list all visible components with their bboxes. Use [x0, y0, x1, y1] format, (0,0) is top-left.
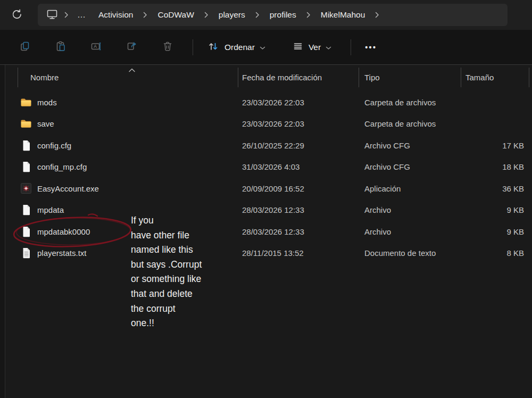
file-name: config_mp.cfg [37, 162, 87, 171]
chevron-right-icon [375, 12, 379, 18]
chevron-right-icon [204, 12, 209, 18]
column-resize-handle[interactable] [529, 68, 529, 87]
file-row-save[interactable]: save 23/03/2026 22:03 Carpeta de archivo… [5, 113, 529, 135]
copy-button[interactable] [14, 37, 36, 58]
file-row-easyaccount-exe[interactable]: EasyAccount.exe 20/09/2009 16:52 Aplicac… [5, 178, 529, 200]
address-bar: … Activision CoDWaW players profiles Mik… [0, 0, 532, 30]
column-resize-handle[interactable] [18, 68, 18, 87]
file-name: playerstats.txt [37, 248, 87, 258]
breadcrumb-item-activision[interactable]: Activision [92, 8, 140, 22]
note-line: that and delete [131, 287, 243, 302]
file-row-config-cfg[interactable]: config.cfg 26/10/2025 22:29 Archivo CFG … [5, 135, 529, 156]
column-header-name[interactable]: Nombre [5, 73, 238, 82]
view-dropdown-button[interactable]: Ver [286, 36, 338, 59]
column-header-date[interactable]: Fecha de modificación [238, 73, 359, 82]
pane-divider[interactable] [0, 65, 5, 398]
folder-icon [20, 97, 32, 107]
file-name: EasyAccount.exe [37, 184, 99, 193]
column-header-size[interactable]: Tamaño [461, 73, 529, 82]
file-name: mpdatabk0000 [37, 227, 90, 236]
breadcrumb-item-codwaw[interactable]: CoDWaW [151, 8, 201, 22]
note-line: have other file [131, 228, 243, 243]
rename-button[interactable]: A [86, 37, 107, 58]
paste-button[interactable] [50, 37, 71, 58]
refresh-icon [11, 8, 23, 22]
file-date: 26/10/2025 22:29 [238, 141, 359, 150]
file-size: 36 KB [461, 184, 529, 193]
file-name: mpdata [37, 205, 64, 214]
file-type: Archivo CFG [359, 162, 461, 171]
file-type: Archivo CFG [359, 141, 461, 150]
file-row-mpdata[interactable]: mpdata 28/03/2026 12:33 Archivo 9 KB [5, 200, 529, 221]
file-rows: mods 23/03/2026 22:03 Carpeta de archivo… [5, 92, 529, 264]
breadcrumb-item-profiles[interactable]: profiles [263, 8, 303, 22]
sort-dropdown-button[interactable]: Ordenar [201, 36, 272, 59]
file-type: Carpeta de archivos [359, 119, 461, 128]
file-size: 8 KB [461, 248, 529, 258]
toolbar-divider [193, 39, 193, 55]
column-header-type[interactable]: Tipo [359, 73, 461, 82]
chevron-right-icon [306, 12, 311, 18]
monitor-icon [46, 9, 58, 21]
file-size: 9 KB [461, 227, 529, 236]
see-more-button[interactable]: ••• [358, 38, 384, 57]
file-size: 17 KB [461, 141, 529, 150]
column-resize-handle[interactable] [359, 68, 359, 87]
note-line: one.!! [131, 316, 243, 331]
breadcrumb: … Activision CoDWaW players profiles Mik… [38, 4, 508, 26]
file-row-config-mp-cfg[interactable]: config_mp.cfg 31/03/2026 4:03 Archivo CF… [5, 156, 529, 178]
view-label: Ver [309, 43, 321, 52]
paste-icon [55, 40, 66, 54]
toolbar-divider [351, 39, 351, 55]
file-name: save [37, 119, 54, 128]
sort-label: Ordenar [225, 43, 255, 52]
sort-ascending-caret-icon [128, 65, 136, 74]
breadcrumb-item-players[interactable]: players [212, 8, 252, 22]
delete-button[interactable] [157, 37, 178, 58]
file-row-mods[interactable]: mods 23/03/2026 22:03 Carpeta de archivo… [5, 92, 529, 113]
file-date: 28/03/2026 12:33 [238, 205, 359, 214]
svg-text:A: A [94, 44, 97, 49]
sort-icon [207, 40, 220, 55]
file-size: 9 KB [461, 205, 529, 214]
column-resize-handle[interactable] [461, 68, 461, 87]
copy-icon [19, 40, 31, 54]
rename-icon: A [90, 40, 102, 54]
chevron-right-icon [64, 12, 69, 18]
chevron-right-icon [255, 12, 260, 18]
application-exe-icon [20, 183, 32, 194]
refresh-button[interactable] [9, 7, 25, 23]
file-explorer-window: … Activision CoDWaW players profiles Mik… [0, 0, 532, 398]
file-icon [20, 204, 32, 215]
chevron-right-icon [143, 12, 147, 18]
folder-icon [20, 119, 32, 129]
breadcrumb-item-mikelmahou[interactable]: MikelMahou [314, 8, 372, 22]
file-row-playerstats-txt[interactable]: playerstats.txt 28/11/2015 13:52 Documen… [5, 243, 529, 264]
command-toolbar: A [0, 30, 532, 65]
note-line: or something like [131, 272, 243, 287]
trash-icon [162, 40, 173, 54]
file-icon [20, 140, 32, 151]
file-type: Aplicación [359, 184, 461, 193]
breadcrumb-root-this-pc[interactable] [43, 7, 61, 23]
column-resize-handle[interactable] [238, 68, 238, 87]
file-date: 20/09/2009 16:52 [238, 184, 359, 193]
file-type: Documento de texto [359, 248, 461, 258]
file-date: 28/11/2015 13:52 [238, 248, 359, 258]
overlay-note: If you have other file named like this b… [131, 213, 243, 331]
file-date: 23/03/2026 22:03 [238, 98, 359, 107]
file-icon [20, 226, 32, 237]
file-icon [20, 161, 32, 172]
note-line: but says .Corrupt [131, 258, 243, 272]
chevron-down-icon [326, 43, 331, 52]
file-type: Archivo [359, 205, 461, 214]
file-type: Archivo [359, 227, 461, 236]
text-file-icon [20, 247, 32, 259]
file-date: 28/03/2026 12:33 [238, 227, 359, 236]
share-button[interactable] [121, 37, 143, 58]
file-date: 31/03/2026 4:03 [238, 162, 359, 171]
file-date: 23/03/2026 22:03 [238, 119, 359, 128]
file-row-mpdatabk0000[interactable]: mpdatabk0000 28/03/2026 12:33 Archivo 9 … [5, 221, 529, 243]
breadcrumb-overflow-button[interactable]: … [72, 10, 92, 20]
view-details-icon [292, 40, 304, 54]
